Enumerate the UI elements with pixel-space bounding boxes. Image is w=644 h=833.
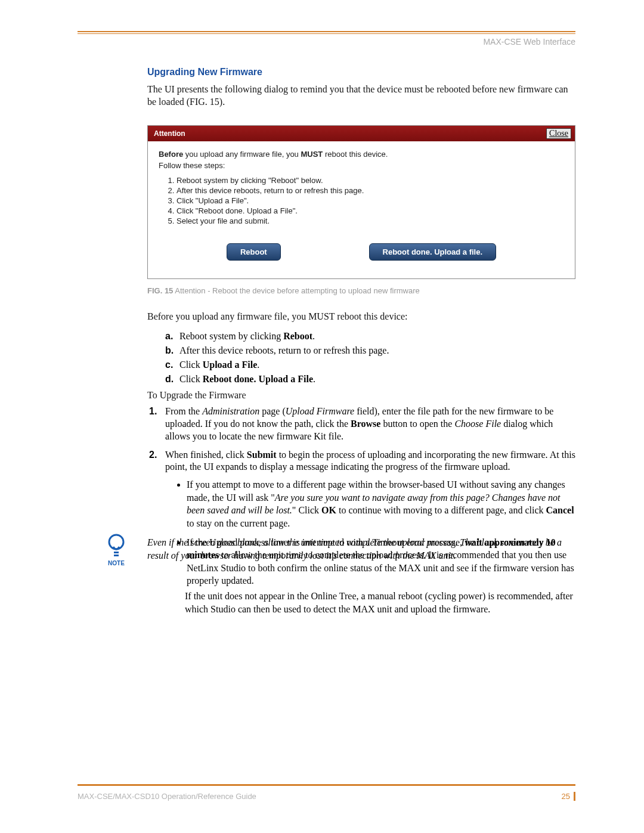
n1-i3: Choose File (454, 419, 501, 429)
note-block: NOTE Even if the screen goes blank, allo… (104, 534, 575, 566)
dialog-step-list: Reboot system by clicking "Reboot" below… (168, 176, 564, 225)
attention-dialog: Attention Close Before you upload any fi… (147, 125, 575, 279)
letter-item: c. Click Upload a File. (165, 360, 575, 370)
n1-i2: Upload Firmware (286, 406, 354, 416)
text-a-bold: Reboot (283, 331, 312, 341)
must-bold: MUST (301, 150, 323, 159)
marker-b: b. (165, 345, 174, 356)
page-number: 25 (562, 792, 575, 801)
letter-item: a. Reboot system by clicking Reboot. (165, 331, 575, 342)
dialog-title: Attention (154, 129, 185, 138)
text-c-bold: Upload a File (203, 360, 258, 370)
text-a-pre: Reboot system by clicking (179, 331, 283, 341)
fig-text: Attention - Reboot the device before att… (173, 286, 419, 295)
marker-c: c. (165, 360, 173, 370)
b0-bold1: OK (321, 505, 336, 515)
n1-bold1: Browse (351, 419, 380, 429)
document-page: MAX-CSE Web Interface Upgrading New Firm… (0, 0, 644, 833)
footer-left: MAX-CSE/MAX-CSD10 Operation/Reference Gu… (78, 792, 256, 801)
fig-label: FIG. 15 (147, 286, 173, 295)
dialog-step: Select your file and submit. (177, 216, 564, 225)
text-b: After this device reboots, return to or … (179, 345, 389, 355)
before-rest: you upload any firmware file, you (183, 150, 301, 159)
text-c-post: . (257, 360, 259, 370)
svg-point-0 (109, 535, 123, 549)
n1-b: page ( (259, 406, 286, 416)
num-item-2: 2. When finished, click Submit to begin … (147, 449, 575, 587)
svg-rect-2 (114, 555, 119, 556)
dialog-intro-line: Before you upload any firmware file, you… (159, 150, 564, 159)
n2-bold1: Submit (247, 450, 277, 460)
bullet-sublist: If you attempt to move to a different pa… (187, 478, 575, 587)
dialog-step: Click "Reboot done. Upload a File". (177, 206, 564, 215)
bullet-item: If you attempt to move to a different pa… (187, 478, 575, 529)
page-footer: MAX-CSE/MAX-CSD10 Operation/Reference Gu… (78, 785, 575, 801)
reboot-button[interactable]: Reboot (227, 243, 281, 261)
b0-c: to continue with moving to a different p… (336, 505, 546, 515)
text-c-pre: Click (179, 360, 203, 370)
note-label: NOTE (104, 560, 128, 566)
text-d-post: . (313, 374, 315, 384)
dialog-step: Reboot system by clicking "Reboot" below… (177, 176, 564, 185)
b0-bold2: Cancel (546, 505, 574, 515)
main-content: Upgrading New Firmware The UI presents t… (147, 67, 575, 593)
running-header: MAX-CSE Web Interface (483, 37, 575, 47)
text-a-post: . (312, 331, 315, 341)
marker-1: 1. (149, 405, 157, 418)
letter-item: d. Click Reboot done. Upload a File. (165, 374, 575, 385)
marker-d: d. (165, 374, 174, 385)
note-icon-wrap: NOTE (104, 534, 128, 566)
dialog-titlebar: Attention Close (148, 126, 575, 141)
pre-letter-paragraph: Before you upload any firmware file, you… (147, 311, 575, 323)
n1-i1: Administration (202, 406, 259, 416)
section-heading: Upgrading New Firmware (147, 67, 575, 78)
n1-a: From the (165, 406, 202, 416)
dialog-step: After this device reboots, return to or … (177, 186, 564, 195)
intro-paragraph: The UI presents the following dialog to … (147, 83, 575, 109)
b0-b: " Click (292, 505, 321, 515)
header-rule-thick (78, 31, 575, 32)
b0-d: to stay on the current page. (187, 518, 290, 528)
svg-rect-1 (114, 552, 119, 553)
dialog-body: Before you upload any firmware file, you… (148, 141, 575, 278)
dialog-button-row: Reboot Reboot done. Upload a file. (159, 243, 564, 261)
note-text: Even if the screen goes blank, allow the… (147, 534, 575, 562)
reboot-done-button[interactable]: Reboot done. Upload a file. (369, 243, 497, 261)
text-d-pre: Click (179, 374, 203, 384)
marker-2: 2. (149, 449, 157, 462)
before-tail: reboot this device. (323, 150, 388, 159)
letter-item: b. After this device reboots, return to … (165, 345, 575, 356)
close-button[interactable]: Close (546, 128, 571, 139)
letter-list: a. Reboot system by clicking Reboot. b. … (165, 331, 575, 385)
after-note-paragraph: If the unit does not appear in the Onlin… (185, 590, 575, 617)
n1-d: button to open the (380, 419, 454, 429)
dialog-step: Click "Upload a File". (177, 196, 564, 205)
text-d-bold: Reboot done. Upload a File (203, 374, 313, 384)
before-bold: Before (159, 150, 183, 159)
n2-a: When finished, click (165, 450, 247, 460)
to-upgrade-heading: To Upgrade the Firmware (147, 389, 575, 402)
num-item-1: 1. From the Administration page (Upload … (147, 405, 575, 442)
follow-steps: Follow these steps: (159, 161, 564, 170)
lightbulb-icon (106, 534, 126, 558)
header-rule-thin (78, 33, 575, 34)
figure-caption: FIG. 15 Attention - Reboot the device be… (147, 286, 575, 295)
marker-a: a. (165, 331, 173, 342)
